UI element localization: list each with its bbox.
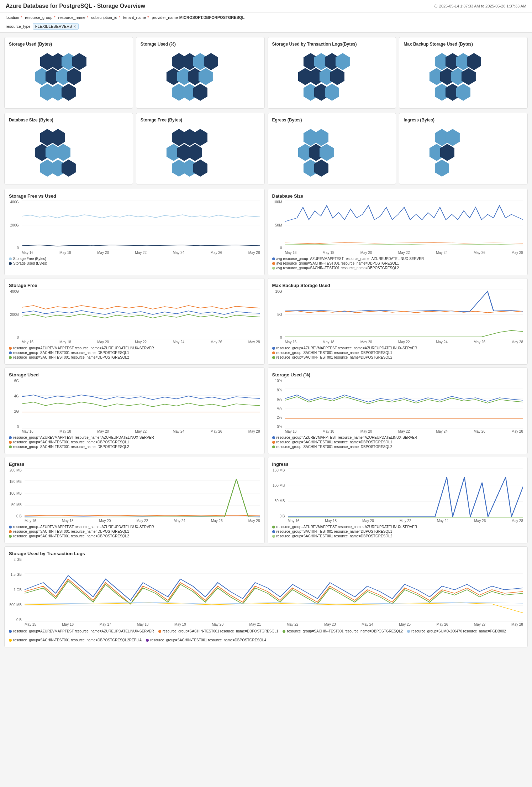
chart-storage-free-vs-used-title: Storage Free vs Used xyxy=(9,193,260,199)
svg-marker-29 xyxy=(330,68,344,85)
chart-storage-free-title: Storage Free xyxy=(9,283,260,288)
svg-marker-62 xyxy=(314,129,328,146)
x-axis-txlogs: May 15May 16May 17May 18May 19May 20May … xyxy=(9,622,523,626)
filter-tag-label: FLEXIBLESERVERS xyxy=(35,24,72,28)
chart-storage-free: Storage Free 400G 200G 0 xyxy=(4,278,265,365)
chart-egress: Egress 200 MB 150 MB 100 MB 50 MB 0 B xyxy=(4,457,265,543)
legend-storage-free-vs-used: Storage Free (Bytes) Storage Used (Bytes… xyxy=(9,257,260,265)
chart-ingress: Ingress 150 MB 100 MB 50 MB 0 B xyxy=(268,457,528,543)
filter-tag-close-icon[interactable]: ✕ xyxy=(73,25,76,28)
hexmap-storage-used-pct-svg xyxy=(141,49,260,103)
hexmap-ingress: Ingress (Bytes) xyxy=(399,113,528,184)
hexmap-storage-free: Storage Free (Bytes) xyxy=(136,113,265,184)
charts-row-4: Egress 200 MB 150 MB 100 MB 50 MB 0 B xyxy=(4,457,528,543)
legend-egress: resource_group=AZUREVMAPPTEST resource_n… xyxy=(9,525,260,538)
chart-area-storage-free-vs-used xyxy=(22,200,260,250)
chart-egress-title: Egress xyxy=(9,462,260,467)
filter-resource-group[interactable]: resource_group * xyxy=(25,15,55,20)
svg-marker-51 xyxy=(62,160,76,177)
chart-area-egress xyxy=(25,468,260,518)
chart-storage-used-pct: Storage Used (%) 10% 8% 6% 4% 2% 0% xyxy=(268,368,528,454)
hexmap-bottom-row: Database Size (Bytes) Storage Free (Byte… xyxy=(4,113,528,184)
chart-area-ingress xyxy=(288,468,523,518)
legend-max-backup: resource_group=AZUREVMAPPTEST resource_n… xyxy=(272,346,523,359)
filter-resource-group-label: resource_group xyxy=(25,15,52,20)
filter-location[interactable]: location * xyxy=(6,15,22,20)
chart-area-storage-used xyxy=(22,379,260,429)
svg-marker-60 xyxy=(193,160,207,177)
svg-marker-7 xyxy=(67,68,81,85)
hexmap-egress-title: Egress (Bytes) xyxy=(272,118,392,123)
hexmap-storage-txlogs: Storage Used by Transaction Logs(Bytes) xyxy=(268,37,396,109)
svg-marker-69 xyxy=(446,129,460,146)
dashboard: Storage Used (Bytes) Storage Used xyxy=(0,33,532,652)
hexmap-storage-used-pct-title: Storage Used (%) xyxy=(141,42,260,47)
hexmap-top-row: Storage Used (Bytes) Storage Used xyxy=(4,37,528,109)
svg-marker-3 xyxy=(72,53,86,70)
svg-marker-14 xyxy=(204,53,218,70)
charts-row-3: Storage Used 6G 4G 2G 0 xyxy=(4,368,528,454)
svg-marker-65 xyxy=(319,144,333,161)
legend-storage-free: resource_group=AZUREVMAPPTEST resource_n… xyxy=(9,346,260,359)
filter-provider-name[interactable]: provider_name MICROSOFT.DBFORPOSTGRESQL xyxy=(152,15,244,20)
svg-marker-36 xyxy=(467,53,481,70)
legend-storage-used: resource_group=AZUREVMAPPTEST resource_n… xyxy=(9,436,260,449)
chart-area-db-size xyxy=(285,200,523,250)
filter-location-label: location xyxy=(6,15,19,20)
hexmap-storage-used-bytes-svg xyxy=(9,49,128,103)
hexmap-ingress-title: Ingress (Bytes) xyxy=(404,118,523,123)
chart-max-backup: Max Backup Storage Used 10G 5G 0 xyxy=(268,278,528,365)
chart-storage-txlogs: Storage Used by Transaction Logs 2 GB 1.… xyxy=(4,546,528,647)
x-axis-db-size: May 16May 18May 20May 22May 24May 26May … xyxy=(272,251,523,255)
chart-storage-free-vs-used: Storage Free vs Used 400G 200G 0 xyxy=(4,189,265,275)
hexmap-storage-txlogs-title: Storage Used by Transaction Logs(Bytes) xyxy=(272,42,392,47)
hexmap-egress: Egress (Bytes) xyxy=(268,113,396,184)
filter-provider-name-value: MICROSOFT.DBFORPOSTGRESQL xyxy=(179,15,244,20)
legend-storage-used-pct: resource_group=AZUREVMAPPTEST resource_n… xyxy=(272,436,523,449)
chart-max-backup-title: Max Backup Storage Used xyxy=(272,283,523,288)
y-axis-db-size: 100M 50M 0 xyxy=(272,200,284,250)
legend-db-size: avg resource_group=AZUREVMAPPTEST resour… xyxy=(272,257,523,270)
svg-marker-57 xyxy=(188,144,202,161)
svg-marker-40 xyxy=(462,68,476,85)
svg-marker-48 xyxy=(56,144,70,161)
hexmap-storage-free-title: Storage Free (Bytes) xyxy=(141,118,260,123)
chart-area-storage-txlogs xyxy=(25,558,523,622)
chart-database-size: Database Size 100M 50M 0 xyxy=(268,189,528,275)
svg-marker-54 xyxy=(193,129,207,146)
hexmap-max-backup-storage-title: Max Backup Storage Used (Bytes) xyxy=(404,42,523,47)
hexmap-database-size-title: Database Size (Bytes) xyxy=(9,118,128,123)
page-title: Azure Database for PostgreSQL - Storage … xyxy=(6,3,145,9)
svg-marker-32 xyxy=(325,84,339,101)
filters-bar: location * resource_group * resource_nam… xyxy=(0,12,532,33)
filter-tenant-name-label: tenant_name xyxy=(123,15,146,20)
chart-storage-txlogs-title: Storage Used by Transaction Logs xyxy=(9,551,523,556)
chart-area-storage-free xyxy=(22,290,260,339)
hexmap-storage-txlogs-svg xyxy=(272,49,392,103)
filter-provider-name-label: provider_name xyxy=(152,15,178,20)
svg-marker-25 xyxy=(335,53,349,70)
charts-row-1: Storage Free vs Used 400G 200G 0 xyxy=(4,189,528,275)
chart-storage-used: Storage Used 6G 4G 2G 0 xyxy=(4,368,265,454)
hexmap-storage-used-pct: Storage Used (%) xyxy=(136,37,265,109)
page-header: Azure Database for PostgreSQL - Storage … xyxy=(0,0,532,12)
legend-ingress: resource_group=AZUREVMAPPTEST resource_n… xyxy=(272,525,523,538)
filter-location-asterisk: * xyxy=(21,15,22,20)
hexmap-storage-used-bytes: Storage Used (Bytes) xyxy=(4,37,133,109)
svg-marker-10 xyxy=(62,84,76,101)
filter-tenant-name[interactable]: tenant_name * xyxy=(123,15,149,20)
hexmap-max-backup-storage: Max Backup Storage Used (Bytes) xyxy=(399,37,528,109)
y-axis-storage-free-vs-used: 400G 200G 0 xyxy=(9,200,20,250)
filter-subscription-id[interactable]: subscription_id * xyxy=(91,15,120,20)
filter-resource-name[interactable]: resource_name * xyxy=(58,15,89,20)
charts-row-2: Storage Free 400G 200G 0 xyxy=(4,278,528,365)
filter-subscription-id-label: subscription_id xyxy=(91,15,117,20)
hexmap-database-size: Database Size (Bytes) xyxy=(4,113,133,184)
filter-tag-flexibleservers[interactable]: FLEXIBLESERVERS ✕ xyxy=(33,23,79,30)
svg-marker-71 xyxy=(440,144,454,161)
svg-marker-43 xyxy=(456,84,470,101)
chart-ingress-title: Ingress xyxy=(272,462,523,467)
svg-marker-45 xyxy=(51,129,65,146)
legend-storage-txlogs: resource_group=AZUREVMAPPTEST resource_n… xyxy=(9,629,523,643)
chart-area-max-backup xyxy=(285,290,523,339)
